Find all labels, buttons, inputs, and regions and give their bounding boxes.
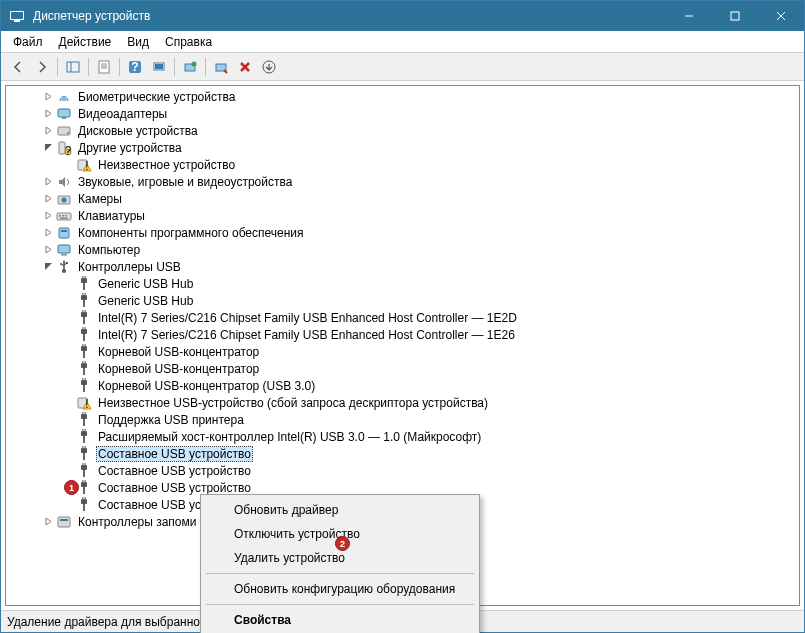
context-menu-separator	[206, 604, 474, 605]
tree-item[interactable]: Generic USB Hub	[6, 292, 799, 309]
tree-item-label: Контроллеры запоми	[76, 515, 198, 529]
tree-item[interactable]: !Неизвестное устройство	[6, 156, 799, 173]
expander-icon[interactable]	[40, 211, 56, 220]
svg-rect-53	[81, 295, 87, 300]
expander-icon[interactable]	[40, 177, 56, 186]
menu-view[interactable]: Вид	[119, 33, 157, 51]
tree-item-label: Компоненты программного обеспечения	[76, 226, 306, 240]
tree-item[interactable]: Intel(R) 7 Series/C216 Chipset Family US…	[6, 326, 799, 343]
forward-button[interactable]	[31, 56, 53, 78]
svg-rect-41	[61, 230, 67, 232]
plug-icon	[76, 429, 92, 445]
tree-item[interactable]: Intel(R) 7 Series/C216 Chipset Family US…	[6, 309, 799, 326]
expander-icon[interactable]	[40, 262, 56, 271]
tree-item[interactable]: Поддержка USB принтера	[6, 411, 799, 428]
tree-item-label: Составное USB устройство	[96, 481, 253, 495]
svg-rect-85	[82, 429, 84, 432]
svg-rect-23	[58, 109, 70, 117]
svg-rect-89	[82, 446, 84, 449]
svg-rect-62	[82, 327, 84, 330]
software-icon	[56, 225, 72, 241]
camera-icon	[56, 191, 72, 207]
computer-icon	[56, 242, 72, 258]
tree-category[interactable]: ?Другие устройства	[6, 139, 799, 156]
tree-item[interactable]: Корневой USB-концентратор	[6, 360, 799, 377]
uninstall-device-button[interactable]	[234, 56, 256, 78]
context-menu-item[interactable]: Обновить конфигурацию оборудования	[204, 577, 476, 601]
tree-item[interactable]: Дисковые устройства	[6, 122, 799, 139]
tree-item[interactable]: Корневой USB-концентратор	[6, 343, 799, 360]
tree-item[interactable]: Корневой USB-концентратор (USB 3.0)	[6, 377, 799, 394]
maximize-button[interactable]	[712, 1, 758, 31]
tree-item[interactable]: Составное USB устройство	[6, 462, 799, 479]
tree-item[interactable]: Расширяемый хост-контроллер Intel(R) USB…	[6, 428, 799, 445]
tree-item[interactable]: Видеоадаптеры	[6, 105, 799, 122]
other-icon: ?	[56, 140, 72, 156]
svg-rect-66	[82, 344, 84, 347]
biometric-icon	[56, 89, 72, 105]
expander-icon[interactable]	[40, 92, 56, 101]
display-icon	[56, 106, 72, 122]
svg-rect-80	[81, 414, 87, 419]
svg-rect-39	[60, 217, 68, 219]
properties-button[interactable]	[93, 56, 115, 78]
back-button[interactable]	[7, 56, 29, 78]
svg-point-18	[192, 61, 197, 66]
tree-item[interactable]: !Неизвестное USB-устройство (сбой запрос…	[6, 394, 799, 411]
context-menu-item[interactable]: Свойства	[204, 608, 476, 632]
svg-rect-94	[85, 463, 87, 466]
tree-item[interactable]: Биометрические устройства	[6, 88, 799, 105]
tree-category[interactable]: Контроллеры USB	[6, 258, 799, 275]
svg-rect-51	[85, 276, 87, 279]
svg-rect-49	[81, 278, 87, 283]
expander-icon[interactable]	[40, 143, 56, 152]
toolbar-separator	[57, 58, 58, 76]
svg-rect-81	[82, 412, 84, 415]
svg-rect-24	[62, 117, 66, 119]
expander-icon[interactable]	[40, 517, 56, 526]
update-driver-button[interactable]	[179, 56, 201, 78]
help-button[interactable]: ?	[124, 56, 146, 78]
plug-icon	[76, 293, 92, 309]
tree-item-label: Расширяемый хост-контроллер Intel(R) USB…	[96, 430, 483, 444]
svg-text:?: ?	[65, 143, 72, 156]
menu-help[interactable]: Справка	[157, 33, 220, 51]
menu-file[interactable]: Файл	[5, 33, 51, 51]
context-menu-item[interactable]: Обновить драйвер	[204, 498, 476, 522]
plug-icon	[76, 276, 92, 292]
svg-rect-59	[85, 310, 87, 313]
down-arrow-button[interactable]	[258, 56, 280, 78]
tree-item[interactable]: Составное USB устройство	[6, 445, 799, 462]
svg-rect-67	[85, 344, 87, 347]
menu-action[interactable]: Действие	[51, 33, 120, 51]
plug-icon	[76, 463, 92, 479]
close-button[interactable]	[758, 1, 804, 31]
toolbar-separator	[174, 58, 175, 76]
expander-icon[interactable]	[40, 126, 56, 135]
svg-rect-84	[81, 431, 87, 436]
svg-rect-96	[81, 482, 87, 487]
tree-item-label: Контроллеры USB	[76, 260, 183, 274]
expander-icon[interactable]	[40, 228, 56, 237]
tree-item[interactable]: Компьютер	[6, 241, 799, 258]
svg-rect-2	[14, 20, 20, 22]
show-hide-tree-button[interactable]	[62, 56, 84, 78]
tree-item[interactable]: Компоненты программного обеспечения	[6, 224, 799, 241]
warn-icon: !	[76, 157, 92, 173]
tree-item[interactable]: Generic USB Hub	[6, 275, 799, 292]
svg-rect-1	[11, 12, 23, 19]
tree-item[interactable]: Клавиатуры	[6, 207, 799, 224]
plug-icon	[76, 327, 92, 343]
tree-item-label: Звуковые, игровые и видеоустройства	[76, 175, 294, 189]
disable-device-button[interactable]	[210, 56, 232, 78]
svg-rect-63	[85, 327, 87, 330]
expander-icon[interactable]	[40, 194, 56, 203]
expander-icon[interactable]	[40, 245, 56, 254]
tree-item-label: Дисковые устройства	[76, 124, 200, 138]
minimize-button[interactable]	[666, 1, 712, 31]
svg-rect-37	[62, 215, 64, 217]
expander-icon[interactable]	[40, 109, 56, 118]
scan-hardware-button[interactable]	[148, 56, 170, 78]
tree-item[interactable]: Камеры	[6, 190, 799, 207]
tree-item[interactable]: Звуковые, игровые и видеоустройства	[6, 173, 799, 190]
